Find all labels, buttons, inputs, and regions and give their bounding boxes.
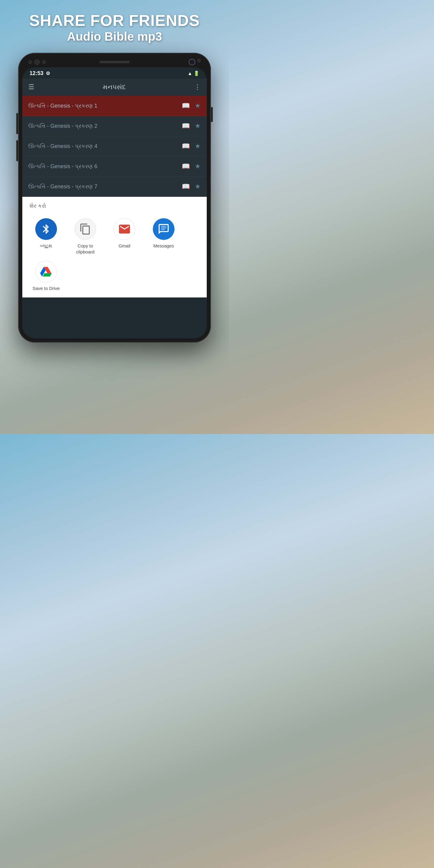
bluetooth-label: બ્લૂટૂથ (40, 243, 52, 249)
share-sheet-header: શેર કરો (22, 197, 207, 212)
gear-icon[interactable]: ⚙ (46, 70, 50, 76)
star-icon-5[interactable]: ★ (195, 183, 201, 190)
share-bluetooth-item[interactable]: બ્લૂટૂથ (30, 218, 63, 249)
gmail-svg-icon (118, 222, 131, 236)
book-icon-3: 📖 (182, 142, 190, 150)
share-drive-item[interactable]: Save to Drive (30, 261, 63, 291)
star-icon-4[interactable]: ★ (195, 162, 201, 170)
sensor-dot-2 (34, 59, 40, 65)
bluetooth-svg-icon (40, 223, 52, 235)
app-bar: ☰ મનપસંદ ⋮ (22, 79, 207, 96)
battery-icon: 🔋 (193, 70, 199, 76)
list-item[interactable]: ઊત્પત્તિ - Genesis - પ્રકરણ 6 📖 ★ (22, 156, 207, 177)
item-icons-5: 📖 ★ (182, 183, 201, 190)
clipboard-svg-icon (79, 223, 91, 235)
book-icon-4: 📖 (182, 162, 190, 170)
book-icon-2: 📖 (182, 122, 190, 130)
star-icon-1[interactable]: ★ (195, 102, 201, 110)
status-bar: 12:53 ⚙ ▲ 🔋 (22, 67, 207, 79)
phone-side-right-buttons (211, 107, 213, 122)
header-subtitle: Audio Bible mp3 (18, 29, 211, 44)
item-icons-4: 📖 ★ (182, 162, 201, 170)
star-icon-3[interactable]: ★ (195, 142, 201, 150)
book-icon-1: 📖 (182, 102, 190, 110)
drive-svg-icon (39, 265, 53, 278)
list-item[interactable]: ઊત્પત્તિ - Genesis - પ્રકરણ 7 📖 ★ (22, 177, 207, 197)
phone-sensors-left (28, 59, 46, 65)
status-time: 12:53 (30, 70, 43, 76)
item-text-4: ઊત્પત્તિ - Genesis - પ્રકરણ 6 (28, 163, 182, 170)
phone-cameras-right (189, 59, 201, 65)
phone-frame-outer: 12:53 ⚙ ▲ 🔋 ☰ મનપસંદ ⋮ ઊત્પત્તિ - Genesi… (18, 53, 211, 343)
messages-icon-circle (153, 218, 175, 240)
messages-svg-icon (158, 223, 170, 235)
front-camera (189, 59, 195, 65)
share-row-2: Save to Drive (22, 261, 207, 298)
share-messages-item[interactable]: Messages (147, 218, 180, 249)
hamburger-menu-icon[interactable]: ☰ (28, 83, 34, 91)
share-gmail-item[interactable]: Gmail (108, 218, 141, 249)
list-item[interactable]: ઊત્પત્તિ - Genesis - પ્રકરણ 1 📖 ★ (22, 96, 207, 116)
gmail-label: Gmail (119, 243, 130, 249)
phone-speaker (99, 61, 130, 63)
more-options-icon[interactable]: ⋮ (194, 83, 201, 91)
item-icons-2: 📖 ★ (182, 122, 201, 130)
item-text-2: ઊત્પત્તિ - Genesis - પ્રકરણ 2 (28, 123, 182, 129)
item-text-1: ઊત્પત્તિ - Genesis - પ્રકરણ 1 (28, 103, 182, 109)
drive-icon-circle (35, 261, 57, 282)
messages-label: Messages (153, 243, 174, 249)
app-title: મનપસંદ (34, 83, 194, 91)
signal-icon: ▲ (187, 71, 192, 76)
phone-frame: 12:53 ⚙ ▲ 🔋 ☰ મનપસંદ ⋮ ઊત્પત્તિ - Genesi… (18, 53, 211, 343)
sensor-dot-3 (42, 60, 46, 64)
header-title: SHARE FOR FRIENDS (18, 12, 211, 29)
sensor-right-2 (197, 59, 201, 62)
book-icon-5: 📖 (182, 183, 190, 190)
share-sheet: શેર કરો બ્લૂટૂથ (22, 197, 207, 298)
clipboard-label: Copy to clipboard (69, 243, 102, 255)
status-right: ▲ 🔋 (187, 70, 199, 76)
drive-label: Save to Drive (33, 285, 60, 291)
share-clipboard-item[interactable]: Copy to clipboard (69, 218, 102, 255)
status-left: 12:53 ⚙ (30, 70, 50, 76)
header-section: SHARE FOR FRIENDS Audio Bible mp3 (0, 0, 229, 53)
item-icons-1: 📖 ★ (182, 102, 201, 110)
list-item[interactable]: ઊત્પત્તિ - Genesis - પ્રકરણ 4 📖 ★ (22, 136, 207, 156)
phone-screen: 12:53 ⚙ ▲ 🔋 ☰ મનપસંદ ⋮ ઊત્પત્તિ - Genesi… (22, 67, 207, 338)
item-text-5: ઊત્પત્તિ - Genesis - પ્રકરણ 7 (28, 184, 182, 190)
list-item[interactable]: ઊત્પત્તિ - Genesis - પ્રકરણ 2 📖 ★ (22, 116, 207, 136)
star-icon-2[interactable]: ★ (195, 122, 201, 130)
favorites-list: ઊત્પત્તિ - Genesis - પ્રકરણ 1 📖 ★ ઊત્પત્… (22, 96, 207, 197)
phone-top-hardware (22, 57, 207, 67)
power-button[interactable] (211, 107, 213, 122)
clipboard-icon-circle (74, 218, 96, 240)
sensor-dot-1 (28, 60, 32, 64)
gmail-icon-circle (114, 218, 135, 240)
item-icons-3: 📖 ★ (182, 142, 201, 150)
share-row-1: બ્લૂટૂથ Copy to clipboard (22, 212, 207, 261)
bluetooth-icon-circle (35, 218, 57, 240)
item-text-3: ઊત્પત્તિ - Genesis - પ્રકરણ 4 (28, 143, 182, 150)
